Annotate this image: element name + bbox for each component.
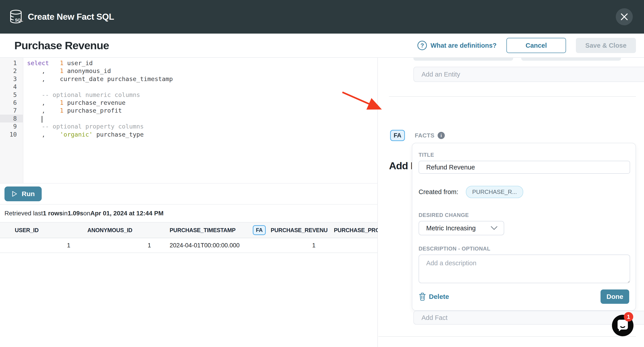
done-button[interactable]: Done — [600, 290, 629, 304]
trash-icon — [418, 292, 426, 301]
facts-row: FA FACTS i — [390, 130, 445, 141]
chat-unread-badge: 1 — [624, 312, 633, 322]
description-textarea[interactable] — [418, 255, 630, 283]
help-label: What are definitions? — [430, 42, 496, 49]
results-header-row: USER_IDANONYMOUS_IDPURCHASE_TIMESTAMPFAP… — [0, 222, 377, 238]
title-label: TITLE — [418, 152, 629, 158]
line-number: 3 — [0, 75, 23, 83]
code-line — [27, 115, 377, 122]
line-number: 6 — [0, 99, 23, 107]
add-entity-input[interactable] — [422, 71, 644, 78]
table-cell: 1 — [74, 242, 157, 249]
line-number: 10 — [0, 130, 23, 138]
code-line: , 1 purchase_profit — [27, 107, 377, 114]
code-line: -- optional property columns — [27, 122, 377, 130]
save-close-button[interactable]: Save & Close — [576, 38, 636, 53]
table-cell: 1 — [0, 242, 74, 249]
toolbar: Purchase Revenue ? What are definitions?… — [0, 33, 644, 58]
code-line: , 1 anonymous_id — [27, 67, 377, 75]
table-cell: 1 — [246, 242, 330, 249]
modal-header: SQL Create New Fact SQL — [0, 0, 644, 33]
modal-title: Create New Fact SQL — [28, 12, 114, 22]
status-text: Retrieved last — [4, 210, 43, 217]
table-cell: 2024-04-01T00:00:00.000 — [157, 242, 246, 249]
sql-code: select 1 user_id , 1 anonymous_id , curr… — [24, 59, 377, 138]
status-text: in — [63, 210, 68, 217]
status-text: Apr 01, 2024 at 12:44 PM — [90, 210, 164, 217]
section-divider — [378, 336, 636, 337]
add-entity-field[interactable] — [414, 67, 644, 82]
desired-change-label: DESIRED CHANGE — [418, 212, 629, 218]
fact-card: TITLE Created from: PURCHASE_R... DESIRE… — [412, 143, 636, 311]
section-divider — [389, 96, 636, 97]
created-from-row: Created from: PURCHASE_R... — [418, 186, 629, 198]
chat-launcher-button[interactable]: 1 — [612, 315, 634, 336]
fact-abbrev-badge: FA — [390, 130, 405, 141]
page-title: Purchase Revenue — [14, 39, 109, 52]
scrolled-item-remnant — [414, 58, 513, 61]
line-number-gutter: 12345678910 — [0, 58, 23, 183]
svg-text:SQL: SQL — [15, 18, 23, 22]
column-header: FAPURCHASE_REVENU — [246, 225, 330, 235]
code-line: , 1 purchase_revenue — [27, 99, 377, 107]
column-header-label: PURCHASE_REVENU — [271, 227, 328, 234]
column-header: PURCHASE_PRO — [330, 227, 378, 234]
toolbar-actions: ? What are definitions? Cancel Save & Cl… — [418, 38, 636, 53]
add-fact-input[interactable] — [422, 314, 644, 322]
line-number: 2 — [0, 67, 23, 75]
add-fact-field[interactable] — [414, 311, 644, 325]
desired-change-value: Metric Increasing — [426, 225, 476, 232]
results-table: USER_IDANONYMOUS_IDPURCHASE_TIMESTAMPFAP… — [0, 222, 377, 253]
description-label: DESCRIPTION - OPTIONAL — [418, 246, 629, 252]
line-number: 4 — [0, 83, 23, 91]
run-label: Run — [22, 190, 35, 198]
sql-database-icon: SQL — [8, 9, 23, 25]
delete-fact-link[interactable]: Delete — [418, 292, 449, 301]
definition-panel: Add Facts FA FACTS i TITLE Created from:… — [378, 58, 644, 347]
what-are-definitions-link[interactable]: ? What are definitions? — [418, 41, 496, 50]
play-icon — [12, 191, 18, 197]
facts-label: FACTS — [415, 132, 434, 139]
column-header: USER_ID — [0, 227, 74, 234]
status-text: on — [83, 210, 90, 217]
results-data-row: 112024-04-01T00:00:00.0001 — [0, 238, 377, 253]
code-line: , 'organic' purchase_type — [27, 130, 377, 138]
status-text: 1 rows — [43, 210, 63, 217]
close-icon — [620, 12, 629, 21]
created-from-label: Created from: — [418, 188, 458, 196]
line-number: 1 — [0, 59, 23, 67]
sql-editor[interactable]: 12345678910 select 1 user_id , 1 anonymo… — [0, 58, 377, 183]
scrolled-item-remnant — [521, 58, 621, 61]
code-line: , current_date purchase_timestamp — [27, 75, 377, 83]
desired-change-select[interactable]: Metric Increasing — [418, 221, 504, 235]
help-icon: ? — [418, 41, 427, 50]
line-number: 8 — [0, 115, 23, 122]
fact-column-badge: FA — [253, 225, 266, 235]
run-button[interactable]: Run — [4, 186, 42, 201]
cancel-button[interactable]: Cancel — [506, 38, 566, 53]
line-number: 7 — [0, 107, 23, 114]
sql-workspace: 12345678910 select 1 user_id , 1 anonymo… — [0, 58, 378, 347]
column-header: PURCHASE_TIMESTAMP — [157, 227, 246, 234]
column-header: ANONYMOUS_ID — [74, 227, 157, 234]
info-icon[interactable]: i — [438, 132, 445, 139]
text-caret — [42, 116, 42, 123]
close-button[interactable] — [616, 8, 633, 25]
query-status: Retrieved last 1 rows in 1.09s on Apr 01… — [0, 205, 377, 222]
code-line — [27, 83, 377, 91]
created-from-chip[interactable]: PURCHASE_R... — [466, 186, 523, 198]
status-text: 1.09s — [68, 210, 83, 217]
code-line: -- optional numeric columns — [27, 91, 377, 99]
delete-label: Delete — [429, 293, 449, 301]
run-bar: Run — [0, 183, 377, 205]
create-fact-sql-modal: SQL Create New Fact SQL Purchase Revenue… — [0, 0, 644, 347]
code-line: select 1 user_id — [27, 59, 377, 67]
chevron-down-icon — [490, 226, 498, 231]
card-footer: Delete Done — [418, 290, 629, 304]
facts-label-group: FACTS i — [415, 132, 445, 139]
fact-title-input[interactable] — [418, 161, 630, 174]
line-number: 9 — [0, 122, 23, 130]
line-number: 5 — [0, 91, 23, 99]
